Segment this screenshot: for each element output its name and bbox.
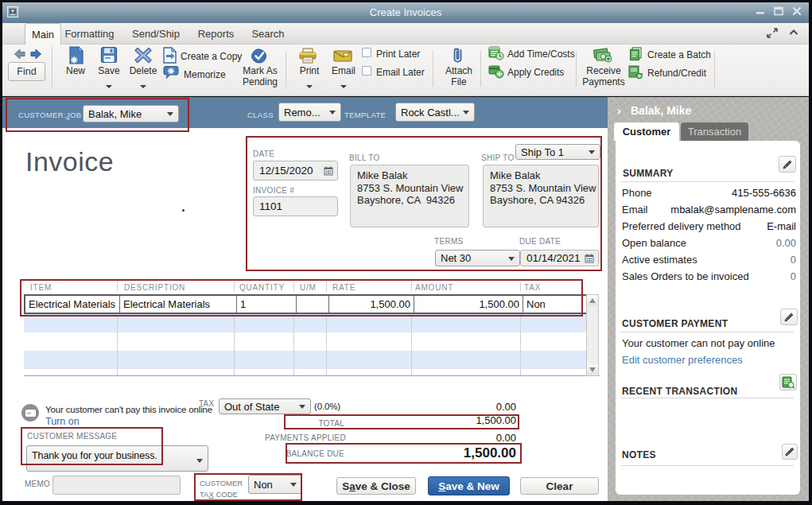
- clear-button[interactable]: Clear: [520, 477, 599, 495]
- expand-window-icon[interactable]: [766, 27, 780, 40]
- panel-tab-customer[interactable]: Customer: [614, 122, 679, 141]
- due-date-input[interactable]: 01/14/2021: [520, 250, 599, 266]
- column-header-um[interactable]: U/M: [300, 283, 317, 292]
- apply-credits-button[interactable]: Apply Credits: [507, 67, 564, 78]
- cell-quantity[interactable]: 1: [236, 296, 296, 313]
- column-header-quantity[interactable]: QUANTITY: [239, 283, 285, 292]
- attach-file-icon[interactable]: [451, 46, 464, 67]
- minimize-button[interactable]: [753, 6, 767, 18]
- panel-tab-transaction[interactable]: Transaction: [681, 122, 748, 141]
- collapse-panel-icon[interactable]: ›: [617, 104, 621, 117]
- add-time-costs-icon[interactable]: [488, 46, 504, 64]
- cell-item[interactable]: Electrical Materials: [25, 296, 119, 313]
- edit-notes-button[interactable]: [782, 444, 798, 460]
- column-header-description[interactable]: DESCRIPTION: [124, 283, 185, 292]
- memo-input[interactable]: [52, 476, 181, 495]
- scroll-up-button[interactable]: [587, 295, 598, 306]
- print-later-checkbox[interactable]: [362, 48, 371, 57]
- table-row[interactable]: [24, 351, 587, 369]
- tab-search[interactable]: Search: [241, 23, 295, 45]
- edit-customer-payment-button[interactable]: [780, 309, 798, 325]
- close-button[interactable]: [790, 6, 804, 18]
- attach-file-button[interactable]: Attach File: [440, 65, 478, 87]
- column-header-rate[interactable]: RATE: [332, 283, 355, 292]
- maximize-button[interactable]: [771, 6, 786, 18]
- date-input[interactable]: 12/15/2020: [253, 161, 338, 181]
- turn-on-link[interactable]: Turn on: [45, 416, 80, 427]
- ship-to-box[interactable]: Mike Balak8753 S. Mountain ViewBayshore,…: [483, 165, 599, 227]
- scroll-down-button[interactable]: [587, 364, 598, 375]
- cell-description[interactable]: Electrical Materials: [119, 296, 236, 313]
- save-dropdown-caret[interactable]: [106, 77, 112, 91]
- customer-tax-code-dropdown[interactable]: Non: [248, 475, 302, 494]
- new-icon[interactable]: [68, 46, 84, 68]
- summary-value-link[interactable]: 0: [791, 254, 796, 266]
- delete-icon[interactable]: [134, 47, 152, 67]
- cell-amount[interactable]: 1,500.00: [414, 296, 523, 313]
- email-later-label[interactable]: Email Later: [376, 67, 425, 78]
- terms-dropdown[interactable]: Net 30: [435, 250, 520, 266]
- tax-dropdown[interactable]: Out of State: [219, 398, 311, 414]
- apply-credits-icon[interactable]: [488, 64, 504, 82]
- create-batch-button[interactable]: Create a Batch: [647, 49, 711, 60]
- customer-message-dropdown[interactable]: Thank you for your business.: [26, 445, 208, 472]
- table-scrollbar[interactable]: [586, 294, 599, 376]
- email-icon[interactable]: [333, 50, 352, 65]
- summary-value-link[interactable]: 0: [791, 270, 796, 282]
- recent-transaction-report-button[interactable]: [779, 374, 797, 390]
- tab-formatting[interactable]: Formatting: [52, 23, 127, 45]
- summary-value-link[interactable]: 0.00: [776, 237, 796, 249]
- template-dropdown[interactable]: Rock Castl...: [395, 103, 475, 122]
- mark-pending-icon[interactable]: [251, 49, 268, 67]
- cell-rate[interactable]: 1,500.00: [328, 296, 414, 313]
- ship-to-dropdown[interactable]: Ship To 1: [515, 144, 600, 160]
- forward-arrow-icon[interactable]: [29, 48, 43, 64]
- save-new-button[interactable]: Save & New: [428, 476, 510, 495]
- memorize-icon[interactable]: [163, 65, 179, 83]
- back-arrow-icon[interactable]: [13, 48, 26, 64]
- save-button[interactable]: Save: [91, 65, 126, 76]
- table-row[interactable]: [24, 369, 587, 375]
- create-copy-icon[interactable]: [162, 47, 177, 67]
- save-close-button[interactable]: Save & Close: [336, 477, 416, 495]
- invoice-number-input[interactable]: 1101: [253, 196, 338, 216]
- email-button[interactable]: Email: [328, 65, 359, 76]
- delete-button[interactable]: Delete: [126, 65, 161, 76]
- edit-customer-preferences-link[interactable]: Edit customer preferences: [622, 354, 743, 366]
- collapse-ribbon-icon[interactable]: [788, 27, 802, 40]
- find-button[interactable]: Find: [8, 62, 45, 81]
- print-dropdown-caret[interactable]: [306, 77, 313, 91]
- create-batch-icon[interactable]: [629, 47, 643, 64]
- print-button[interactable]: Print: [293, 65, 325, 76]
- save-icon[interactable]: [100, 46, 118, 67]
- receive-payments-button[interactable]: Receive Payments: [581, 65, 627, 87]
- create-copy-button[interactable]: Create a Copy: [181, 51, 242, 62]
- column-header-item[interactable]: ITEM: [30, 283, 52, 292]
- tab-reports[interactable]: Reports: [186, 23, 246, 45]
- cell-um[interactable]: [296, 296, 328, 313]
- print-icon[interactable]: [298, 48, 317, 67]
- calendar-icon[interactable]: [585, 254, 594, 263]
- cell-tax[interactable]: Non: [523, 296, 586, 313]
- add-time-costs-button[interactable]: Add Time/Costs: [507, 49, 575, 60]
- print-later-label[interactable]: Print Later: [376, 49, 420, 60]
- column-header-amount[interactable]: AMOUNT: [415, 283, 453, 292]
- column-header-tax[interactable]: TAX: [524, 283, 541, 292]
- mark-pending-button[interactable]: Mark As Pending: [238, 65, 282, 87]
- refund-credit-icon[interactable]: [627, 65, 643, 83]
- tab-send-ship[interactable]: Send/Ship: [120, 23, 192, 45]
- table-row[interactable]: Electrical Materials Electrical Material…: [24, 294, 588, 314]
- email-later-checkbox[interactable]: [362, 66, 371, 76]
- class-dropdown[interactable]: Remo...: [278, 103, 341, 122]
- refund-credit-button[interactable]: Refund/Credit: [647, 68, 706, 79]
- edit-summary-button[interactable]: [779, 156, 796, 173]
- delete-dropdown-caret[interactable]: [140, 77, 146, 91]
- table-row[interactable]: [24, 332, 587, 351]
- memorize-button[interactable]: Memorize: [184, 69, 226, 80]
- new-button[interactable]: New: [58, 65, 93, 76]
- email-dropdown-caret[interactable]: [340, 77, 347, 91]
- bill-to-box[interactable]: Mike Balak8753 S. Mountain ViewBayshore,…: [350, 165, 469, 227]
- calendar-icon[interactable]: [324, 166, 333, 176]
- table-row[interactable]: [24, 314, 587, 332]
- customer-job-dropdown[interactable]: Balak, Mike: [83, 105, 179, 122]
